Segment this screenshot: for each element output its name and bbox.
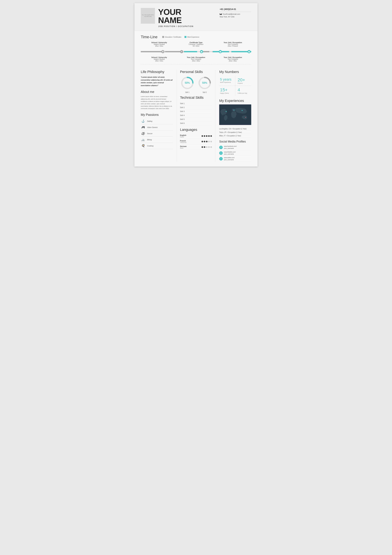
tl-bot-date-2: 20xx / 20xx [178, 60, 214, 62]
dot [210, 141, 212, 142]
twitter-icon: ✓ [219, 157, 223, 161]
dot [204, 141, 205, 142]
svg-point-10 [226, 111, 227, 112]
passion-cooking-label: Cooking [147, 145, 153, 147]
timeline-segments [141, 51, 251, 52]
tl-top-item-2: Certificate Type Compnay / Institution 0… [178, 42, 214, 47]
tl-bot-sub-1: Subject Studied [141, 58, 178, 60]
about-me-heading: About me [141, 90, 173, 94]
experience-tokyo: Tokyo, JP > Occupation (1 Year) [219, 131, 251, 134]
tl-bot-item-1: School / University Subject Studied 20xx… [141, 56, 178, 62]
col-mid: Personal Skills 50% Skill 1 [177, 70, 215, 162]
timeline-top-row: School / University Subject Studied 20xx… [141, 42, 251, 47]
full-name: YOUR NAME [158, 8, 216, 24]
experience-milan: Milan, IT > Occupation (1 Year) [219, 134, 251, 138]
tl-bot-date-1: 20xx / 20xx [141, 60, 178, 62]
seg-edu-1 [141, 51, 163, 52]
number-cell-2: 20+ Projects [235, 76, 251, 86]
three-col-section: Life Philosophy “Lorem ipsum dolor sit a… [135, 70, 257, 167]
facebook-url: www.facebook.com/your_username [224, 145, 236, 149]
my-numbers-heading: My Numbers [219, 70, 251, 74]
header-section: FILL THE SHAPE WITH YOU PICTURE YOUR NAM… [135, 3, 257, 31]
legend-work-label: Work Experience [187, 36, 199, 38]
lang-french-block: French Advanced [180, 140, 186, 143]
dot [206, 146, 207, 148]
videogames-icon: 🎮 [141, 126, 145, 129]
passion-biking: 🚲 Biking [141, 137, 173, 143]
tech-skill-3: Skill 3 [180, 110, 212, 113]
lang-french: French Advanced [180, 139, 212, 144]
tl-bot-title-2: Your Job / Occupation [178, 56, 214, 58]
donut-label-1: Skill 1 [180, 91, 194, 93]
svg-point-13 [245, 117, 246, 118]
col-left: Life Philosophy “Lorem ipsum dolor sit a… [141, 70, 177, 162]
number-value-3: 15+ [220, 87, 233, 92]
tl-top-sub-3: Your Company [214, 44, 251, 45]
passion-soccer: ⚽ Soccer [141, 131, 173, 137]
timeline-title: Time-Line [141, 35, 157, 39]
lang-english-level: Native [180, 136, 186, 138]
tl-top-date-3: 20xx / Present [214, 45, 251, 47]
lang-french-name: French [180, 140, 186, 142]
skills-donuts: 50% Skill 1 50% Skill 2 [180, 76, 212, 93]
contact-block: +61 (403)214-31 YourEmail@email.com New … [220, 8, 251, 18]
dot [206, 141, 207, 142]
world-map-svg [219, 104, 251, 125]
tl-top-title-2: Certificate Type [178, 42, 214, 44]
legend-edu-box [162, 36, 164, 38]
legend-work-box [185, 36, 186, 38]
col-right: My Numbers 5 years Work Experience 20+ P… [215, 70, 251, 162]
linkedin-url: www.linkedin.com/your_username [224, 151, 235, 155]
tl-bot-item-2: Your Job / Occupation Your Company 20xx … [178, 56, 214, 62]
tl-dot-3 [200, 50, 203, 53]
philosophy-quote: “Lorem ipsum dolor sit amet, consectetur… [141, 76, 173, 87]
tl-top-item-1: School / University Subject Studied 20xx… [141, 42, 178, 47]
sailing-icon: ⚓ [141, 119, 145, 123]
tl-top-item-3: Your Job / Occupation Your Company 20xx … [214, 42, 251, 47]
tech-skill-4: Skill 4 [180, 113, 212, 117]
donut-svg-1: 50% [180, 76, 194, 90]
dot [204, 146, 205, 148]
dot [201, 141, 203, 142]
svg-point-0 [181, 51, 182, 52]
tl-top-date-2: 03 / 2012 [178, 45, 214, 47]
legend-education: Education / Certificates [162, 36, 181, 38]
number-label-2: Projects [238, 82, 250, 84]
lang-french-level: Advanced [180, 142, 186, 143]
donut-svg-2: 50% [198, 76, 212, 90]
lang-english: English Native [180, 133, 212, 139]
twitter-url: www.twitter.com/your_username [224, 157, 235, 161]
passion-videogames-label: Video Games [147, 126, 157, 128]
legend-edu-label: Education / Certificates [165, 36, 181, 38]
resume-container: FILL THE SHAPE WITH YOU PICTURE YOUR NAM… [135, 3, 257, 167]
linkedin-icon: in [219, 151, 223, 155]
number-cell-3: 15+ Happy Clients [219, 86, 235, 95]
svg-text:50%: 50% [185, 81, 190, 84]
cooking-icon: 🍳 [141, 144, 145, 147]
timeline-bar [141, 48, 251, 56]
tl-dot-4 [219, 50, 222, 53]
tl-bot-title-1: School / University [141, 56, 178, 58]
passion-videogames: 🎮 Video Games [141, 124, 173, 131]
tl-dot-2 [180, 50, 183, 53]
languages-heading: Languages [180, 128, 212, 132]
passion-cooking: 🍳 Cooking [141, 143, 173, 149]
dot [210, 146, 212, 148]
number-label-1: Work Experience [220, 81, 233, 83]
biking-icon: 🚲 [141, 138, 145, 141]
number-value-4: 4 [238, 87, 250, 92]
dot [201, 135, 203, 137]
lang-french-dots [201, 141, 212, 142]
dot [208, 135, 210, 137]
tl-dot-1 [161, 50, 164, 53]
facebook-icon: f [219, 146, 223, 149]
soccer-icon: ⚽ [141, 132, 145, 135]
donut-skill-1: 50% Skill 1 [180, 76, 194, 93]
tech-skill-6: Skill 6 [180, 121, 212, 125]
tl-top-title-3: Your Job / Occupation [214, 42, 251, 44]
about-me-text: Lorem ipsum dolor sit amet, consectetur … [141, 95, 173, 110]
tech-skill-1: Skill 1 [180, 102, 212, 106]
number-value-2: 20+ [238, 77, 250, 82]
social-twitter: ✓ www.twitter.com/your_username [219, 156, 251, 162]
timeline-legend: Education / Certificates Work Experience [162, 36, 199, 38]
